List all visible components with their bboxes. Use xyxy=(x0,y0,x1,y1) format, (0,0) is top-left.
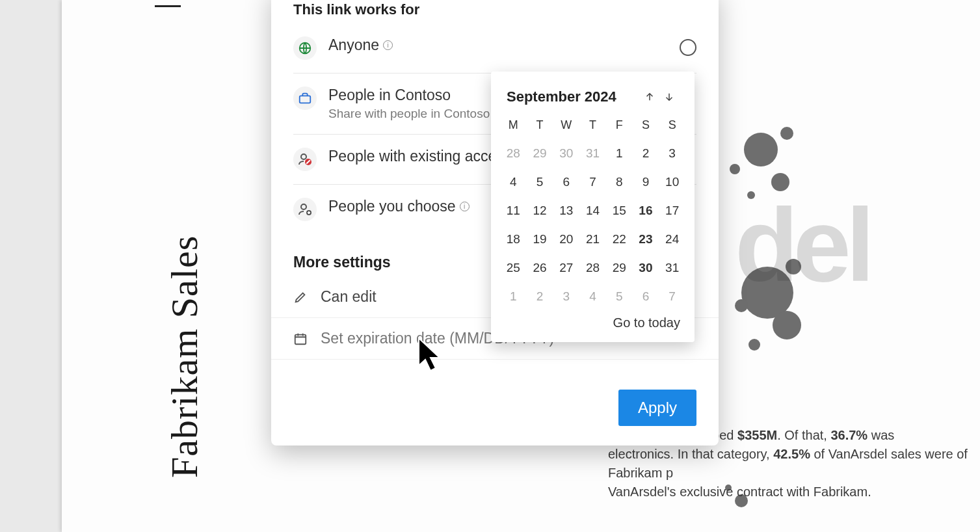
calendar-prev-button[interactable] xyxy=(640,87,659,107)
arrow-down-icon xyxy=(663,91,675,103)
calendar-day[interactable]: 4 xyxy=(500,171,527,193)
calendar-day[interactable]: 5 xyxy=(527,171,553,193)
calendar-day-header: S xyxy=(633,114,659,136)
calendar-icon xyxy=(293,332,308,346)
permission-label: Can edit xyxy=(321,288,377,306)
option-anyone-label: Anyone xyxy=(328,36,379,54)
calendar-day[interactable]: 11 xyxy=(500,200,527,222)
option-people-you-choose-label: People you choose xyxy=(328,198,456,215)
calendar-day[interactable]: 5 xyxy=(606,286,633,308)
calendar-day[interactable]: 25 xyxy=(500,257,527,279)
document-rule xyxy=(155,5,181,7)
link-works-for-title: This link works for xyxy=(271,0,719,23)
calendar-day[interactable]: 24 xyxy=(659,228,685,250)
people-block-icon xyxy=(293,148,317,171)
calendar-day[interactable]: 17 xyxy=(659,200,685,222)
calendar-day-header: T xyxy=(579,114,606,136)
calendar-go-to-today[interactable]: Go to today xyxy=(500,308,685,333)
calendar-day[interactable]: 20 xyxy=(553,228,579,250)
calendar-day[interactable]: 3 xyxy=(659,142,685,165)
people-add-icon xyxy=(293,198,317,221)
calendar-day[interactable]: 2 xyxy=(633,142,659,165)
calendar-day[interactable]: 7 xyxy=(579,171,606,193)
calendar-day-header: W xyxy=(553,114,579,136)
arrow-up-icon xyxy=(644,91,656,103)
calendar-day[interactable]: 19 xyxy=(527,228,553,250)
calendar-day-header: T xyxy=(527,114,553,136)
info-icon[interactable]: i xyxy=(383,40,393,50)
calendar-day[interactable]: 16 xyxy=(633,200,659,222)
document-title: Fabrikam Sales xyxy=(163,235,206,478)
calendar-day[interactable]: 13 xyxy=(553,200,579,222)
calendar-day[interactable]: 1 xyxy=(500,286,527,308)
calendar-day[interactable]: 8 xyxy=(606,171,633,193)
calendar-day[interactable]: 12 xyxy=(527,200,553,222)
apply-button[interactable]: Apply xyxy=(618,390,696,426)
calendar-day[interactable]: 4 xyxy=(579,286,606,308)
document-watermark: del xyxy=(735,185,869,305)
calendar-day[interactable]: 15 xyxy=(606,200,633,222)
calendar-day[interactable]: 22 xyxy=(606,228,633,250)
calendar-day[interactable]: 21 xyxy=(579,228,606,250)
calendar-day-header: M xyxy=(500,114,527,136)
calendar-day[interactable]: 29 xyxy=(606,257,633,279)
svg-rect-19 xyxy=(295,334,306,344)
calendar-day[interactable]: 31 xyxy=(659,257,685,279)
info-icon[interactable]: i xyxy=(460,202,470,211)
calendar-day[interactable]: 29 xyxy=(527,142,553,165)
calendar-day[interactable]: 30 xyxy=(553,142,579,165)
calendar-day[interactable]: 30 xyxy=(633,257,659,279)
calendar-day[interactable]: 6 xyxy=(553,171,579,193)
calendar-day-header: F xyxy=(606,114,633,136)
calendar-day-header: S xyxy=(659,114,685,136)
calendar-day[interactable]: 23 xyxy=(633,228,659,250)
calendar-day[interactable]: 18 xyxy=(500,228,527,250)
calendar-day[interactable]: 7 xyxy=(659,286,685,308)
option-people-in-org-label: People in Contoso xyxy=(328,86,451,104)
option-anyone-radio[interactable] xyxy=(680,39,696,56)
calendar-day[interactable]: 26 xyxy=(527,257,553,279)
svg-rect-13 xyxy=(300,96,311,103)
option-existing-access-label: People with existing access xyxy=(328,148,511,165)
calendar-day[interactable]: 28 xyxy=(500,142,527,165)
svg-point-17 xyxy=(301,204,306,209)
calendar-day[interactable]: 10 xyxy=(659,171,685,193)
calendar-day[interactable]: 14 xyxy=(579,200,606,222)
pencil-icon xyxy=(293,290,308,304)
calendar-day[interactable]: 6 xyxy=(633,286,659,308)
calendar-next-button[interactable] xyxy=(659,87,679,107)
svg-point-14 xyxy=(301,154,306,159)
calendar-grid: MTWTFSS282930311234567891011121314151617… xyxy=(500,114,685,308)
calendar-day[interactable]: 27 xyxy=(553,257,579,279)
option-anyone[interactable]: Anyone i xyxy=(293,23,696,73)
calendar-day[interactable]: 9 xyxy=(633,171,659,193)
calendar-day[interactable]: 31 xyxy=(579,142,606,165)
calendar-day[interactable]: 3 xyxy=(553,286,579,308)
calendar-day[interactable]: 2 xyxy=(527,286,553,308)
calendar-month-label[interactable]: September 2024 xyxy=(507,88,640,105)
calendar-day[interactable]: 28 xyxy=(579,257,606,279)
date-picker-popover: September 2024 MTWTFSS282930311234567891… xyxy=(491,72,695,342)
calendar-day[interactable]: 1 xyxy=(606,142,633,165)
briefcase-icon xyxy=(293,86,317,110)
globe-icon xyxy=(293,36,317,60)
